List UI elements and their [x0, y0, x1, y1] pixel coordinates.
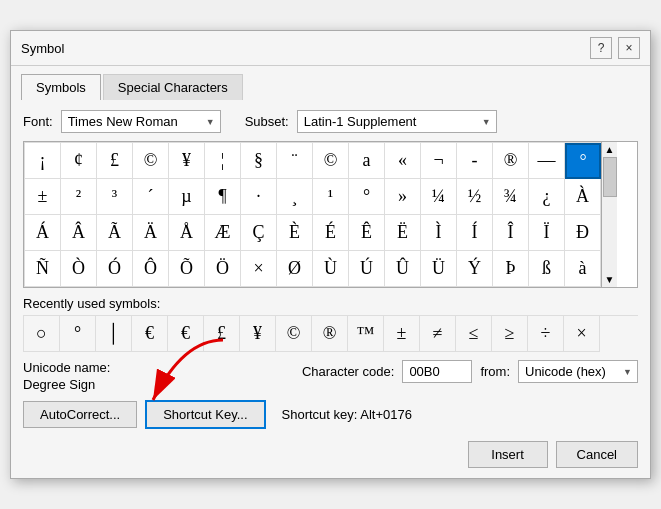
scroll-thumb[interactable] — [603, 157, 617, 197]
unicode-name-value: Degree Sign — [23, 377, 282, 392]
symbol-cell[interactable]: ± — [25, 179, 61, 215]
recently-used-cell[interactable]: ÷ — [528, 316, 564, 352]
symbol-cell[interactable]: Ê — [349, 215, 385, 251]
symbol-cell[interactable]: § — [241, 143, 277, 179]
symbol-cell[interactable]: Ò — [61, 251, 97, 287]
symbol-cell[interactable]: — — [529, 143, 565, 179]
symbol-cell[interactable]: £ — [97, 143, 133, 179]
symbol-cell[interactable]: ® — [493, 143, 529, 179]
scroll-up[interactable]: ▲ — [605, 144, 615, 155]
symbol-cell[interactable]: ¶ — [205, 179, 241, 215]
symbol-cell[interactable]: ° — [565, 143, 601, 179]
tab-symbols[interactable]: Symbols — [21, 74, 101, 100]
recently-used-cell[interactable]: € — [132, 316, 168, 352]
symbol-cell[interactable]: Å — [169, 215, 205, 251]
symbol-cell[interactable]: Â — [61, 215, 97, 251]
symbol-cell[interactable]: Ø — [277, 251, 313, 287]
symbol-cell[interactable]: Ë — [385, 215, 421, 251]
symbol-cell[interactable]: © — [313, 143, 349, 179]
help-button[interactable]: ? — [590, 37, 612, 59]
symbol-cell[interactable]: É — [313, 215, 349, 251]
tab-special-characters[interactable]: Special Characters — [103, 74, 243, 100]
symbol-cell[interactable]: Í — [457, 215, 493, 251]
charcode-section: Character code: from: Unicode (hex) — [302, 360, 638, 383]
recently-used-cell[interactable]: © — [276, 316, 312, 352]
recently-used-cell[interactable]: ○ — [24, 316, 60, 352]
symbol-cell[interactable]: ´ — [133, 179, 169, 215]
symbol-cell[interactable]: Ð — [565, 215, 601, 251]
symbol-cell[interactable]: Û — [385, 251, 421, 287]
symbol-cell[interactable]: Ü — [421, 251, 457, 287]
symbol-cell[interactable]: Ù — [313, 251, 349, 287]
scrollbar[interactable]: ▲ ▼ — [601, 142, 617, 287]
recently-used-cell[interactable]: ≤ — [456, 316, 492, 352]
recently-used-cell[interactable]: ° — [60, 316, 96, 352]
symbol-cell[interactable]: Ú — [349, 251, 385, 287]
symbol-cell[interactable]: « — [385, 143, 421, 179]
insert-button[interactable]: Insert — [468, 441, 548, 468]
unicode-section: Unicode name: Degree Sign — [23, 360, 282, 392]
symbol-cell[interactable]: ¬ — [421, 143, 457, 179]
symbol-cell[interactable]: Ä — [133, 215, 169, 251]
symbol-cell[interactable]: Ó — [97, 251, 133, 287]
recently-used-cell[interactable]: ® — [312, 316, 348, 352]
symbol-cell[interactable]: ° — [349, 179, 385, 215]
symbol-cell[interactable]: ³ — [97, 179, 133, 215]
symbol-cell[interactable]: Ï — [529, 215, 565, 251]
recently-used-cell[interactable]: ¥ — [240, 316, 276, 352]
grid-with-scroll: ¡¢£©¥¦§¨©a«¬-®—°±²³´µ¶·¸¹°»¼½¾¿ÀÁÂÃÄÅÆÇÈ… — [24, 142, 637, 287]
symbol-cell[interactable]: ² — [61, 179, 97, 215]
symbol-cell[interactable]: Ã — [97, 215, 133, 251]
symbol-cell[interactable]: ¥ — [169, 143, 205, 179]
symbol-cell[interactable]: Ì — [421, 215, 457, 251]
symbol-cell[interactable]: Þ — [493, 251, 529, 287]
recently-used-cell[interactable]: £ — [204, 316, 240, 352]
symbol-cell[interactable]: ½ — [457, 179, 493, 215]
symbol-cell[interactable]: ¿ — [529, 179, 565, 215]
symbol-cell[interactable]: È — [277, 215, 313, 251]
shortcut-key-button[interactable]: Shortcut Key... — [145, 400, 265, 429]
symbol-cell[interactable]: a — [349, 143, 385, 179]
recently-used-cell[interactable]: ™ — [348, 316, 384, 352]
subset-select[interactable]: Latin-1 Supplement — [297, 110, 497, 133]
symbol-cell[interactable]: Æ — [205, 215, 241, 251]
symbol-cell[interactable]: - — [457, 143, 493, 179]
symbol-cell[interactable]: ¼ — [421, 179, 457, 215]
recently-used-cell[interactable]: € — [168, 316, 204, 352]
symbol-cell[interactable]: ß — [529, 251, 565, 287]
symbol-cell[interactable]: À — [565, 179, 601, 215]
symbol-cell[interactable]: · — [241, 179, 277, 215]
symbol-cell[interactable]: ¾ — [493, 179, 529, 215]
symbol-cell[interactable]: Á — [25, 215, 61, 251]
symbol-cell[interactable]: µ — [169, 179, 205, 215]
symbol-cell[interactable]: Î — [493, 215, 529, 251]
symbol-cell[interactable]: à — [565, 251, 601, 287]
symbol-cell[interactable]: × — [241, 251, 277, 287]
close-button[interactable]: × — [618, 37, 640, 59]
symbol-cell[interactable]: ¢ — [61, 143, 97, 179]
recently-used-cell[interactable]: ± — [384, 316, 420, 352]
symbol-cell[interactable]: ¸ — [277, 179, 313, 215]
scroll-down[interactable]: ▼ — [605, 274, 615, 285]
from-select[interactable]: Unicode (hex) — [518, 360, 638, 383]
symbol-cell[interactable]: ¡ — [25, 143, 61, 179]
symbol-cell[interactable]: Ô — [133, 251, 169, 287]
symbol-cell[interactable]: ¨ — [277, 143, 313, 179]
symbol-cell[interactable]: Ç — [241, 215, 277, 251]
symbol-cell[interactable]: » — [385, 179, 421, 215]
recently-used-cell[interactable]: ≠ — [420, 316, 456, 352]
recently-used-cell[interactable]: │ — [96, 316, 132, 352]
cancel-button[interactable]: Cancel — [556, 441, 638, 468]
symbol-cell[interactable]: Õ — [169, 251, 205, 287]
symbol-cell[interactable]: © — [133, 143, 169, 179]
recently-used-cell[interactable]: ≥ — [492, 316, 528, 352]
symbol-cell[interactable]: Ý — [457, 251, 493, 287]
symbol-cell[interactable]: Ñ — [25, 251, 61, 287]
recently-used-cell[interactable]: × — [564, 316, 600, 352]
font-select[interactable]: Times New Roman — [61, 110, 221, 133]
symbol-cell[interactable]: ¹ — [313, 179, 349, 215]
character-code-input[interactable] — [402, 360, 472, 383]
autocorrect-button[interactable]: AutoCorrect... — [23, 401, 137, 428]
symbol-cell[interactable]: ¦ — [205, 143, 241, 179]
symbol-cell[interactable]: Ö — [205, 251, 241, 287]
